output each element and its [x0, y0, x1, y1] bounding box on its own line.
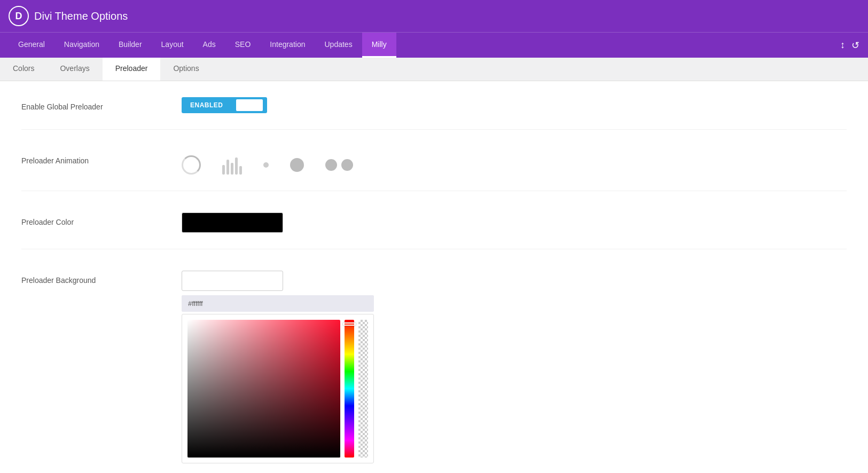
setting-preloader-color: Preloader Color: [21, 212, 847, 249]
nav-general[interactable]: General: [9, 33, 54, 58]
setting-preloader-animation: Preloader Animation: [21, 151, 847, 191]
sub-tabs: Colors Overlays Preloader Options: [0, 58, 868, 81]
nav-builder[interactable]: Builder: [109, 33, 152, 58]
anim-dot-small[interactable]: [263, 162, 269, 168]
nav-updates[interactable]: Updates: [315, 33, 362, 58]
nav-ads[interactable]: Ads: [193, 33, 225, 58]
nav-actions: ↕ ↺: [840, 33, 859, 58]
preloader-animation-label: Preloader Animation: [21, 151, 182, 165]
anim-bars[interactable]: [222, 155, 242, 175]
tab-options[interactable]: Options: [160, 58, 212, 81]
preloader-animation-control: [182, 151, 847, 175]
anim-dot-large[interactable]: [290, 158, 304, 172]
color-gradient-inner: [187, 320, 340, 458]
app-logo: D Divi Theme Options: [9, 6, 128, 26]
preloader-background-control: [182, 271, 847, 463]
main-content: Enable Global Preloader ENABLED Preloade…: [0, 81, 868, 473]
anim-spinner[interactable]: [182, 155, 201, 175]
alpha-slider[interactable]: [358, 320, 368, 458]
dot-med-2: [341, 159, 353, 171]
nav-seo[interactable]: SEO: [225, 33, 261, 58]
tab-colors[interactable]: Colors: [0, 58, 47, 81]
bar-4: [235, 157, 238, 175]
reset-button[interactable]: ↺: [851, 40, 859, 51]
color-gradient-area[interactable]: [187, 320, 340, 458]
gradient-dark-overlay: [187, 320, 340, 458]
anim-two-dots[interactable]: [325, 159, 353, 171]
nav-navigation[interactable]: Navigation: [54, 33, 109, 58]
enable-preloader-control: ENABLED: [182, 97, 847, 113]
nav-layout[interactable]: Layout: [152, 33, 193, 58]
nav-milly[interactable]: Milly: [362, 33, 396, 58]
nav-integration[interactable]: Integration: [260, 33, 315, 58]
setting-preloader-background: Preloader Background: [21, 271, 847, 473]
dot-large-icon: [290, 158, 304, 172]
setting-enable-preloader: Enable Global Preloader ENABLED: [21, 97, 847, 130]
bar-2: [226, 160, 229, 175]
tab-preloader[interactable]: Preloader: [103, 58, 161, 81]
dot-med-1: [325, 159, 337, 171]
spinner-icon: [182, 155, 201, 175]
color-hex-input[interactable]: [182, 295, 374, 312]
bar-5: [239, 166, 242, 175]
enable-preloader-label: Enable Global Preloader: [21, 97, 182, 111]
bar-3: [231, 163, 233, 175]
sort-button[interactable]: ↕: [840, 40, 845, 51]
preloader-color-control: [182, 212, 847, 233]
bars-icon: [222, 155, 242, 175]
preloader-background-label: Preloader Background: [21, 271, 182, 285]
preloader-color-label: Preloader Color: [21, 212, 182, 226]
hue-slider[interactable]: [345, 320, 354, 458]
toggle-container: ENABLED: [182, 97, 847, 113]
animation-options: [182, 155, 847, 175]
dot-small-icon: [263, 162, 269, 168]
app-title: Divi Theme Options: [34, 10, 128, 22]
color-picker-panel: [182, 314, 374, 463]
preloader-color-swatch[interactable]: [182, 212, 283, 233]
hue-thumb: [343, 322, 356, 326]
color-picker-wrapper: [182, 295, 847, 463]
nav-bar: General Navigation Builder Layout Ads SE…: [0, 32, 868, 58]
tab-overlays[interactable]: Overlays: [47, 58, 102, 81]
app-header: D Divi Theme Options: [0, 0, 868, 32]
toggle-track[interactable]: [236, 99, 263, 111]
bar-1: [222, 165, 225, 175]
toggle-enabled-label[interactable]: ENABLED: [182, 97, 232, 113]
two-dots-icon: [325, 159, 353, 171]
toggle-switch-wrapper[interactable]: [232, 97, 267, 113]
logo-icon: D: [9, 6, 29, 26]
preloader-background-swatch[interactable]: [182, 271, 283, 291]
